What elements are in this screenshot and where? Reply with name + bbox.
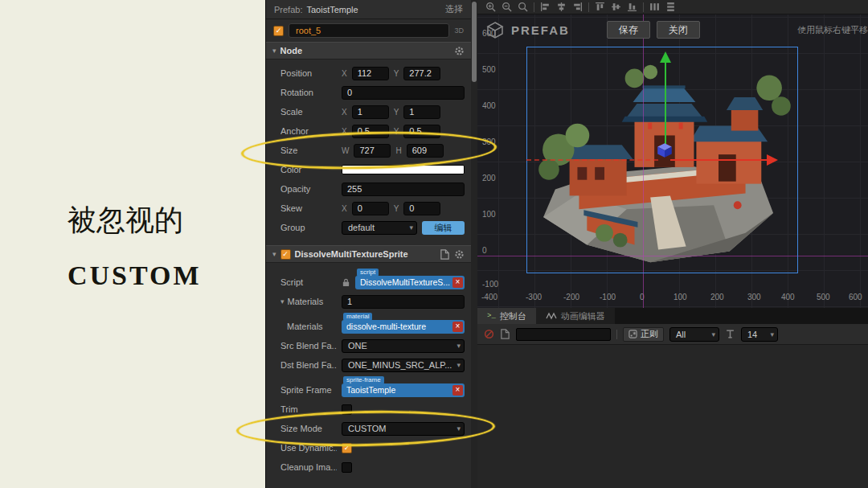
gear-icon[interactable] bbox=[454, 249, 465, 260]
node-name-input[interactable]: root_5 bbox=[289, 23, 449, 38]
cleanup-checkbox[interactable]: ✓ bbox=[342, 462, 352, 473]
align-top-icon[interactable] bbox=[595, 2, 605, 12]
row-material: Materials material dissolve-multi-textur… bbox=[266, 317, 471, 336]
sprite-frame-ref-field[interactable]: sprite-frame TaoistTemple × bbox=[342, 383, 465, 397]
zoom-in-icon[interactable] bbox=[485, 2, 496, 12]
document-icon[interactable] bbox=[440, 249, 450, 260]
anchor-y-input[interactable]: 0.5 bbox=[403, 125, 440, 138]
row-trim: Trim ✓ bbox=[266, 400, 471, 419]
row-sprite-frame: Sprite Frame sprite-frame TaoistTemple × bbox=[266, 380, 471, 400]
distribute-vertical-icon[interactable] bbox=[665, 2, 676, 12]
toolbar-separator bbox=[534, 2, 534, 12]
skew-y-input[interactable]: 0 bbox=[403, 202, 440, 215]
component-header[interactable]: ▾ ✓ DissolveMultiTextureSprite bbox=[266, 245, 471, 263]
zoom-reset-icon[interactable] bbox=[518, 2, 528, 12]
remove-icon[interactable]: × bbox=[452, 277, 463, 288]
log-file-icon[interactable] bbox=[500, 329, 510, 339]
clear-console-icon[interactable] bbox=[484, 329, 494, 339]
use-dynamic-checkbox[interactable]: ✓ bbox=[342, 443, 352, 453]
ruler-x-label: -300 bbox=[526, 293, 542, 301]
move-gizmo-cube[interactable] bbox=[656, 141, 674, 159]
material-ref-value: dissolve-multi-texture bbox=[346, 322, 452, 331]
collapse-icon: ▾ bbox=[272, 251, 276, 258]
property-label: Opacity bbox=[280, 184, 337, 194]
position-x-input[interactable]: 112 bbox=[352, 67, 389, 80]
prefab-label: Prefab: bbox=[274, 5, 302, 14]
tab-animation-editor[interactable]: 动画编辑器 bbox=[536, 308, 615, 324]
row-dst-blend: Dst Blend Fa... ONE_MINUS_SRC_ALP... ▾ bbox=[266, 355, 471, 375]
row-color: Color bbox=[266, 160, 471, 179]
row-rotation: Rotation 0 bbox=[266, 83, 471, 102]
ruler-x-label: 300 bbox=[747, 293, 761, 301]
row-position: Position X 112 Y 277.2 bbox=[266, 64, 471, 83]
property-label: Position bbox=[280, 68, 337, 78]
x-axis-gizmo-arrowhead bbox=[767, 154, 778, 166]
src-blend-dropdown[interactable]: ONE ▾ bbox=[342, 339, 465, 353]
position-y-input[interactable]: 277.2 bbox=[403, 67, 440, 80]
align-left-icon[interactable] bbox=[540, 2, 551, 12]
materials-label: Materials bbox=[288, 297, 324, 306]
materials-count-input[interactable]: 1 bbox=[342, 295, 465, 309]
anchor-x-input[interactable]: 0.5 bbox=[352, 125, 389, 138]
color-swatch[interactable] bbox=[342, 165, 465, 174]
lock-icon bbox=[342, 277, 350, 288]
axis-x-label: X bbox=[342, 108, 347, 117]
log-level-dropdown[interactable]: All ▾ bbox=[669, 327, 719, 342]
scale-y-input[interactable]: 1 bbox=[403, 105, 440, 119]
property-label: Scale bbox=[280, 107, 337, 117]
property-label: Cleanup Ima... bbox=[280, 462, 337, 472]
row-group: Group default ▾ 编辑 bbox=[266, 218, 471, 237]
toolbar-separator bbox=[643, 2, 644, 12]
opacity-input[interactable]: 255 bbox=[342, 182, 465, 196]
chevron-down-icon: ▾ bbox=[770, 330, 774, 338]
property-label: Group bbox=[280, 223, 337, 232]
script-ref-field[interactable]: script DissolveMultiTextureS... × bbox=[355, 276, 465, 289]
row-cleanup: Cleanup Ima... ✓ bbox=[266, 457, 471, 477]
distribute-horizontal-icon[interactable] bbox=[649, 2, 660, 12]
group-edit-button[interactable]: 编辑 bbox=[422, 221, 465, 235]
align-center-horizontal-icon[interactable] bbox=[556, 2, 567, 12]
remove-icon[interactable]: × bbox=[452, 385, 463, 396]
property-label: Size bbox=[280, 146, 337, 155]
align-bottom-icon[interactable] bbox=[627, 2, 637, 12]
skew-x-input[interactable]: 0 bbox=[352, 202, 389, 215]
material-ref-field[interactable]: material dissolve-multi-texture × bbox=[342, 320, 465, 334]
component-enabled-checkbox[interactable]: ✓ bbox=[280, 249, 291, 260]
dst-blend-value: ONE_MINUS_SRC_ALP... bbox=[348, 360, 452, 370]
close-button[interactable]: 关闭 bbox=[657, 21, 700, 39]
align-middle-icon[interactable] bbox=[611, 2, 621, 12]
ruler-y-label: -100 bbox=[482, 280, 498, 289]
size-mode-value: CUSTOM bbox=[348, 424, 386, 433]
inspector-scrollbar[interactable] bbox=[471, 0, 477, 488]
axis-x-label: X bbox=[342, 69, 347, 78]
node-section-header[interactable]: ▾ Node bbox=[266, 42, 471, 59]
save-button[interactable]: 保存 bbox=[607, 21, 650, 39]
row-size: Size W 727 H 609 bbox=[266, 141, 471, 160]
prefab-select-link[interactable]: 选择 bbox=[445, 3, 463, 15]
size-mode-dropdown[interactable]: CUSTOM ▾ bbox=[342, 422, 465, 436]
node-active-checkbox[interactable]: ✓ bbox=[273, 26, 284, 36]
remove-icon[interactable]: × bbox=[452, 322, 463, 332]
rotation-input[interactable]: 0 bbox=[342, 86, 465, 100]
scene-canvas[interactable]: 600 500 400 300 200 100 0 -100 -400 -300… bbox=[477, 14, 868, 308]
x-axis-gizmo[interactable] bbox=[670, 159, 767, 161]
3d-toggle[interactable]: 3D bbox=[454, 27, 464, 35]
scale-x-input[interactable]: 1 bbox=[352, 105, 389, 119]
size-h-input[interactable]: 609 bbox=[407, 144, 444, 158]
trim-checkbox[interactable]: ✓ bbox=[342, 404, 352, 415]
zoom-out-icon[interactable] bbox=[502, 2, 512, 12]
row-use-dynamic: Use Dynamic... ✓ bbox=[266, 438, 471, 457]
console-filter-input[interactable] bbox=[516, 328, 611, 341]
scrollbar-thumb[interactable] bbox=[472, 2, 477, 82]
collapse-icon[interactable]: ▾ bbox=[280, 298, 285, 306]
gear-icon[interactable] bbox=[454, 46, 465, 56]
dst-blend-dropdown[interactable]: ONE_MINUS_SRC_ALP... ▾ bbox=[342, 359, 465, 372]
tab-console[interactable]: >_ 控制台 bbox=[477, 308, 536, 324]
font-size-dropdown[interactable]: 14 ▾ bbox=[741, 327, 778, 342]
regex-toggle[interactable]: 正则 bbox=[623, 327, 664, 342]
align-right-icon[interactable] bbox=[572, 2, 583, 12]
group-dropdown[interactable]: default ▾ bbox=[342, 221, 417, 235]
caption-line1: 被忽视的 bbox=[68, 201, 183, 240]
size-w-input[interactable]: 727 bbox=[354, 144, 391, 158]
chevron-down-icon: ▾ bbox=[457, 424, 461, 433]
